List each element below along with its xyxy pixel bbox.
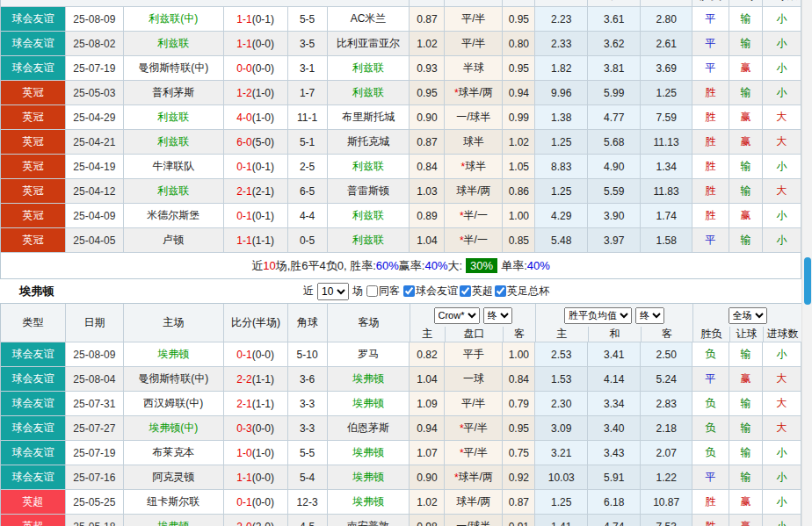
match-date: 25-05-18 [66, 515, 124, 526]
odds-label-row: 主盘口客主和客胜负让球进球数 [410, 327, 802, 342]
match-count-select[interactable]: 10 [317, 283, 349, 300]
scrollbar-track[interactable] [801, 0, 812, 526]
ah-line: 球半/两 [445, 179, 503, 204]
eu-home-odds: 5.48 [535, 228, 588, 253]
corner-count: 4-4 [288, 204, 328, 228]
near-label: 近 [303, 284, 314, 299]
result-mark: 平 [692, 367, 729, 392]
ah-home-odds: 0.89 [410, 204, 445, 228]
same-away-checkbox[interactable] [366, 285, 378, 297]
ah-away-odds: 0.91 [503, 515, 535, 526]
result-mark: 负 [692, 342, 729, 367]
europe-company-select[interactable]: 胜平负均值 [564, 307, 632, 324]
goals-mark: 小 [763, 204, 801, 228]
odds-column-headers: Crow*终胜平负均值终全场 主盘口客主和客胜负让球进球数 [410, 304, 802, 342]
games-label: 场 [352, 284, 363, 299]
table-row: 球会友谊25-07-19曼彻斯特联(中)0-0(0-0)3-1利兹联0.93半球… [0, 56, 801, 81]
leeds-table-header-clipped: 主盘口客主和客胜负让球进球数 [0, 0, 801, 7]
goals-mark: 大 [763, 392, 801, 416]
handicap-mark: 输 [729, 155, 763, 179]
ah-home-odds: 1.04 [410, 367, 445, 392]
summary-segment: 30% [466, 258, 497, 273]
match-date: 25-04-05 [66, 228, 124, 253]
home-team: 埃弗顿(中) [124, 416, 224, 441]
table-row: 球会友谊25-07-31西汉姆联(中)2-1(1-1)3-3埃弗顿1.09平/半… [0, 392, 801, 416]
ah-home-odds: 1.07 [410, 441, 445, 465]
league-badge: 英冠 [1, 81, 66, 105]
league-filter-checkbox[interactable] [460, 285, 471, 297]
ah-away-odds: 1.05 [503, 155, 535, 179]
goals-mark: 大 [763, 367, 801, 392]
ah-away-odds: 1.00 [503, 342, 535, 367]
corner-count: 5-1 [288, 130, 328, 155]
league-filter[interactable]: 球会友谊 [403, 284, 458, 299]
ah-home-odds: 0.82 [410, 342, 445, 367]
goals-mark: 小 [763, 56, 801, 81]
home-team: 曼彻斯特联(中) [124, 56, 224, 81]
scope-select[interactable]: 全场 [729, 307, 767, 324]
ah-line: 一/球半 [445, 515, 503, 526]
same-away-filter[interactable]: 同客 [366, 284, 400, 299]
eu-draw-odds: 3.81 [588, 56, 641, 81]
match-date: 25-05-25 [66, 490, 124, 515]
eu-draw-odds: 5.59 [588, 179, 641, 204]
table-row: 英超25-05-18埃弗顿2-0(2-0)4-5南安普敦0.98一/球半0.91… [0, 515, 801, 526]
eu-draw-odds: 5.99 [588, 81, 641, 105]
eu-home-odds: 1.25 [535, 130, 588, 155]
league-filter-checkbox[interactable] [495, 285, 506, 297]
away-team: 伯恩茅斯 [328, 416, 410, 441]
column-header: 进球数 [764, 327, 802, 342]
result-mark: 胜 [692, 515, 729, 526]
column-header: 让球 [729, 0, 763, 7]
goals-mark: 小 [763, 342, 801, 367]
ah-away-odds: 1.00 [503, 204, 535, 228]
result-mark: 胜 [692, 490, 729, 515]
handicap-mark: 输 [729, 342, 763, 367]
league-badge: 球会友谊 [1, 416, 66, 441]
ah-away-odds: 0.95 [503, 416, 535, 441]
column-header: 胜负 [692, 0, 729, 7]
eu-draw-odds: 3.41 [588, 342, 641, 367]
table-row: 英冠25-04-12利兹联2-1(2-1)6-5普雷斯顿1.03球半/两0.86… [0, 179, 801, 204]
ah-home-odds: 0.94 [410, 416, 445, 441]
eu-home-odds: 1.53 [535, 367, 588, 392]
eu-home-odds: 2.53 [535, 342, 588, 367]
score: 6-0(5-0) [224, 130, 288, 155]
home-team: 利兹联 [124, 105, 224, 130]
result-mark: 胜 [692, 130, 729, 155]
corner-count: 3-3 [288, 392, 328, 416]
europe-time-select[interactable]: 终 [635, 307, 664, 324]
odds-company-select[interactable]: Crow* [434, 307, 480, 324]
ah-line: 平/半 [445, 392, 503, 416]
ah-line: 一/球半 [445, 105, 503, 130]
league-filter-label: 球会友谊 [416, 284, 458, 299]
result-mark: 胜 [692, 204, 729, 228]
result-mark: 负 [692, 441, 729, 465]
league-badge: 球会友谊 [1, 56, 66, 81]
away-team: 埃弗顿 [328, 465, 410, 490]
odds-time-select[interactable]: 终 [483, 307, 512, 324]
team-title: 埃弗顿 [19, 284, 54, 299]
column-header: 让球 [730, 327, 764, 342]
table-row: 球会友谊25-08-04曼彻斯特联(中)2-2(1-1)3-6埃弗顿1.04一球… [0, 367, 801, 392]
eu-away-odds: 3.69 [641, 56, 692, 81]
ah-home-odds: 0.90 [410, 105, 445, 130]
goals-mark: 大 [763, 179, 801, 204]
eu-away-odds: 5.24 [641, 367, 692, 392]
result-mark: 平 [692, 32, 729, 56]
ah-line: 平/半 [445, 7, 503, 32]
scrollbar-thumb[interactable] [804, 257, 811, 305]
same-away-label: 同客 [379, 284, 400, 299]
column-header: 主 [536, 327, 589, 342]
table-row: 英冠25-04-21利兹联6-0(5-0)5-1斯托克城0.87球半1.021.… [0, 130, 801, 155]
eu-draw-odds: 4.74 [588, 515, 641, 526]
league-badge: 英冠 [1, 105, 66, 130]
match-date: 25-07-19 [66, 441, 124, 465]
league-filter[interactable]: 英足总杯 [495, 284, 549, 299]
away-team: 斯托克城 [328, 130, 410, 155]
league-filter[interactable]: 英超 [460, 284, 493, 299]
ah-line: *半/一 [445, 228, 503, 253]
score: 2-1(1-1) [224, 392, 288, 416]
home-team: 纽卡斯尔联 [124, 490, 224, 515]
league-filter-checkbox[interactable] [403, 285, 415, 297]
